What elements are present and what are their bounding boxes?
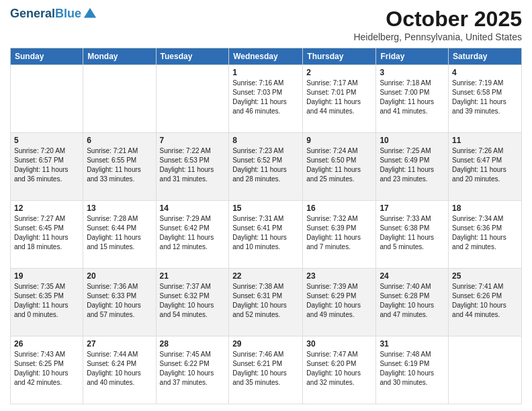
calendar-cell: 11Sunrise: 7:26 AM Sunset: 6:47 PM Dayli… [449, 133, 522, 201]
day-number: 19 [14, 271, 79, 281]
calendar-cell: 13Sunrise: 7:28 AM Sunset: 6:44 PM Dayli… [83, 201, 156, 269]
day-info: Sunrise: 7:24 AM Sunset: 6:50 PM Dayligh… [306, 146, 372, 184]
calendar-cell: 15Sunrise: 7:31 AM Sunset: 6:41 PM Dayli… [229, 201, 303, 269]
day-info: Sunrise: 7:18 AM Sunset: 7:00 PM Dayligh… [380, 79, 445, 116]
day-number: 20 [87, 271, 152, 281]
day-info: Sunrise: 7:25 AM Sunset: 6:49 PM Dayligh… [380, 146, 445, 184]
day-info: Sunrise: 7:48 AM Sunset: 6:19 PM Dayligh… [380, 350, 445, 387]
day-info: Sunrise: 7:46 AM Sunset: 6:21 PM Dayligh… [232, 350, 299, 387]
calendar-cell: 22Sunrise: 7:38 AM Sunset: 6:31 PM Dayli… [229, 269, 303, 336]
weekday-header: Monday [83, 48, 156, 65]
calendar-table: SundayMondayTuesdayWednesdayThursdayFrid… [10, 48, 522, 404]
day-info: Sunrise: 7:37 AM Sunset: 6:32 PM Dayligh… [160, 282, 226, 320]
day-number: 9 [306, 136, 372, 145]
day-info: Sunrise: 7:45 AM Sunset: 6:22 PM Dayligh… [160, 350, 226, 387]
weekday-header: Tuesday [156, 48, 229, 65]
day-number: 11 [452, 136, 518, 145]
svg-marker-0 [84, 8, 96, 18]
calendar-cell: 24Sunrise: 7:40 AM Sunset: 6:28 PM Dayli… [376, 269, 449, 336]
calendar-cell: 7Sunrise: 7:22 AM Sunset: 6:53 PM Daylig… [156, 133, 229, 201]
day-info: Sunrise: 7:41 AM Sunset: 6:26 PM Dayligh… [452, 282, 518, 320]
calendar-cell: 25Sunrise: 7:41 AM Sunset: 6:26 PM Dayli… [449, 269, 522, 336]
day-number: 6 [87, 136, 152, 145]
day-number: 13 [87, 203, 152, 213]
header: GeneralBlue October 2025 Heidelberg, Pen… [10, 7, 522, 42]
day-number: 1 [232, 68, 299, 77]
day-info: Sunrise: 7:38 AM Sunset: 6:31 PM Dayligh… [232, 282, 299, 320]
calendar-cell: 10Sunrise: 7:25 AM Sunset: 6:49 PM Dayli… [376, 133, 449, 201]
day-number: 5 [14, 136, 79, 145]
day-number: 17 [380, 203, 445, 213]
day-number: 2 [306, 68, 372, 77]
day-info: Sunrise: 7:39 AM Sunset: 6:29 PM Dayligh… [306, 282, 372, 320]
day-number: 18 [452, 203, 518, 213]
header-row: SundayMondayTuesdayWednesdayThursdayFrid… [11, 48, 522, 65]
day-info: Sunrise: 7:29 AM Sunset: 6:42 PM Dayligh… [160, 214, 226, 252]
day-info: Sunrise: 7:16 AM Sunset: 7:03 PM Dayligh… [232, 79, 299, 116]
calendar-week-row: 26Sunrise: 7:43 AM Sunset: 6:25 PM Dayli… [11, 336, 522, 404]
calendar-cell: 2Sunrise: 7:17 AM Sunset: 7:01 PM Daylig… [303, 65, 376, 133]
day-number: 26 [14, 339, 79, 349]
page: GeneralBlue October 2025 Heidelberg, Pen… [0, 0, 532, 411]
weekday-header: Thursday [303, 48, 376, 65]
day-info: Sunrise: 7:17 AM Sunset: 7:01 PM Dayligh… [306, 79, 372, 116]
calendar-cell: 12Sunrise: 7:27 AM Sunset: 6:45 PM Dayli… [11, 201, 83, 269]
calendar-cell: 26Sunrise: 7:43 AM Sunset: 6:25 PM Dayli… [11, 336, 83, 404]
day-number: 31 [380, 339, 445, 349]
day-number: 10 [380, 136, 445, 145]
day-info: Sunrise: 7:22 AM Sunset: 6:53 PM Dayligh… [160, 146, 226, 184]
day-info: Sunrise: 7:28 AM Sunset: 6:44 PM Dayligh… [87, 214, 152, 252]
day-info: Sunrise: 7:32 AM Sunset: 6:39 PM Dayligh… [306, 214, 372, 252]
calendar-cell: 23Sunrise: 7:39 AM Sunset: 6:29 PM Dayli… [303, 269, 376, 336]
day-number: 25 [452, 271, 518, 281]
calendar-cell: 5Sunrise: 7:20 AM Sunset: 6:57 PM Daylig… [11, 133, 83, 201]
day-number: 21 [160, 271, 226, 281]
day-number: 3 [380, 68, 445, 77]
calendar-cell [449, 336, 522, 404]
logo-text: GeneralBlue [10, 7, 81, 21]
day-info: Sunrise: 7:34 AM Sunset: 6:36 PM Dayligh… [452, 214, 518, 252]
day-info: Sunrise: 7:33 AM Sunset: 6:38 PM Dayligh… [380, 214, 445, 252]
calendar-week-row: 12Sunrise: 7:27 AM Sunset: 6:45 PM Dayli… [11, 201, 522, 269]
calendar-week-row: 5Sunrise: 7:20 AM Sunset: 6:57 PM Daylig… [11, 133, 522, 201]
calendar-cell: 4Sunrise: 7:19 AM Sunset: 6:58 PM Daylig… [449, 65, 522, 133]
calendar-body: 1Sunrise: 7:16 AM Sunset: 7:03 PM Daylig… [11, 65, 522, 404]
calendar-cell: 1Sunrise: 7:16 AM Sunset: 7:03 PM Daylig… [229, 65, 303, 133]
day-info: Sunrise: 7:35 AM Sunset: 6:35 PM Dayligh… [14, 282, 79, 320]
day-info: Sunrise: 7:21 AM Sunset: 6:55 PM Dayligh… [87, 146, 152, 184]
calendar-cell: 19Sunrise: 7:35 AM Sunset: 6:35 PM Dayli… [11, 269, 83, 336]
day-number: 4 [452, 68, 518, 77]
calendar-cell: 28Sunrise: 7:45 AM Sunset: 6:22 PM Dayli… [156, 336, 229, 404]
day-info: Sunrise: 7:36 AM Sunset: 6:33 PM Dayligh… [87, 282, 152, 320]
calendar-cell: 30Sunrise: 7:47 AM Sunset: 6:20 PM Dayli… [303, 336, 376, 404]
day-info: Sunrise: 7:31 AM Sunset: 6:41 PM Dayligh… [232, 214, 299, 252]
calendar-cell: 14Sunrise: 7:29 AM Sunset: 6:42 PM Dayli… [156, 201, 229, 269]
weekday-header: Sunday [11, 48, 83, 65]
day-info: Sunrise: 7:40 AM Sunset: 6:28 PM Dayligh… [380, 282, 445, 320]
calendar-cell: 29Sunrise: 7:46 AM Sunset: 6:21 PM Dayli… [229, 336, 303, 404]
calendar-week-row: 1Sunrise: 7:16 AM Sunset: 7:03 PM Daylig… [11, 65, 522, 133]
day-info: Sunrise: 7:23 AM Sunset: 6:52 PM Dayligh… [232, 146, 299, 184]
calendar-cell [83, 65, 156, 133]
day-number: 12 [14, 203, 79, 213]
day-number: 14 [160, 203, 226, 213]
day-number: 15 [232, 203, 299, 213]
calendar-cell: 3Sunrise: 7:18 AM Sunset: 7:00 PM Daylig… [376, 65, 449, 133]
day-info: Sunrise: 7:26 AM Sunset: 6:47 PM Dayligh… [452, 146, 518, 184]
calendar-cell: 31Sunrise: 7:48 AM Sunset: 6:19 PM Dayli… [376, 336, 449, 404]
calendar-cell: 27Sunrise: 7:44 AM Sunset: 6:24 PM Dayli… [83, 336, 156, 404]
day-number: 8 [232, 136, 299, 145]
calendar-cell [11, 65, 83, 133]
calendar-cell: 6Sunrise: 7:21 AM Sunset: 6:55 PM Daylig… [83, 133, 156, 201]
calendar-cell: 18Sunrise: 7:34 AM Sunset: 6:36 PM Dayli… [449, 201, 522, 269]
day-number: 16 [306, 203, 372, 213]
calendar-cell: 8Sunrise: 7:23 AM Sunset: 6:52 PM Daylig… [229, 133, 303, 201]
logo: GeneralBlue [10, 7, 97, 21]
day-number: 27 [87, 339, 152, 349]
day-info: Sunrise: 7:44 AM Sunset: 6:24 PM Dayligh… [87, 350, 152, 387]
day-number: 30 [306, 339, 372, 349]
day-info: Sunrise: 7:47 AM Sunset: 6:20 PM Dayligh… [306, 350, 372, 387]
calendar-cell: 20Sunrise: 7:36 AM Sunset: 6:33 PM Dayli… [83, 269, 156, 336]
calendar-cell [156, 65, 229, 133]
day-info: Sunrise: 7:20 AM Sunset: 6:57 PM Dayligh… [14, 146, 79, 184]
